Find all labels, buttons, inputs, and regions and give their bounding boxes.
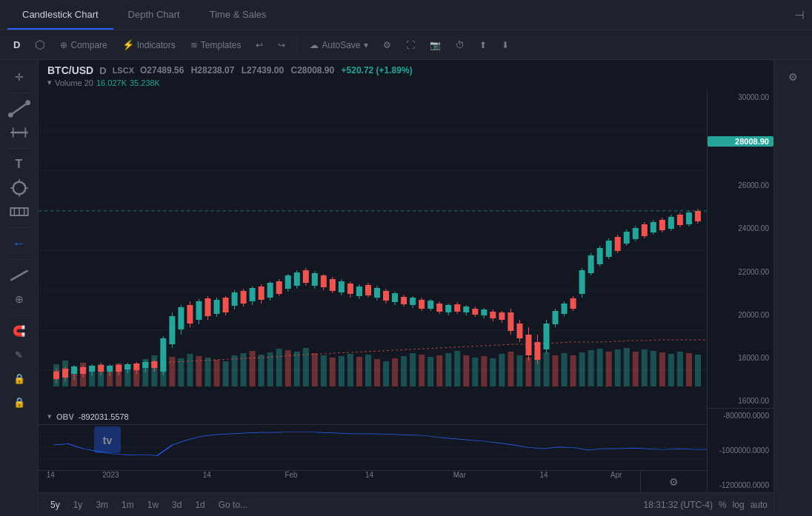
svg-rect-91 (659, 352, 665, 386)
svg-rect-153 (303, 270, 309, 283)
trend-line-tool[interactable] (6, 98, 33, 120)
svg-rect-38 (187, 354, 193, 386)
svg-rect-107 (98, 365, 104, 372)
obv-svg (39, 425, 707, 470)
svg-rect-85 (606, 352, 612, 386)
svg-rect-185 (445, 305, 451, 312)
timeframe-1d[interactable]: 1d (189, 497, 210, 512)
time-label-apr: Apr (610, 471, 622, 479)
obv-value: -892031.5578 (79, 412, 129, 421)
settings-button[interactable]: ⚙ (377, 37, 397, 53)
percent-label[interactable]: % (719, 500, 727, 510)
zoom-tool[interactable]: ⊕ (6, 288, 33, 310)
auto-label[interactable]: auto (751, 500, 768, 510)
indicators-button[interactable]: ⚡ Indicators (116, 36, 182, 53)
tool-separator-4 (8, 259, 30, 260)
svg-rect-97 (53, 372, 59, 379)
download-icon: ⬇ (502, 40, 509, 50)
magnet-tool[interactable]: 🧲 (6, 320, 33, 342)
svg-rect-169 (374, 288, 380, 298)
svg-point-1 (8, 113, 13, 118)
collapse-obv-icon[interactable]: ▾ (47, 412, 52, 421)
hide-tool[interactable]: 🔒 (6, 391, 33, 413)
axis-settings-icon[interactable]: ⚙ (669, 476, 679, 488)
svg-rect-149 (285, 275, 291, 289)
drawing-toolbar: ✛ T ← ⊕ 🧲 ✎ 🔒 🔒 (0, 60, 39, 516)
charts-and-axis: ▾ OBV -892031.5578 tv (39, 90, 773, 492)
annotation-tool[interactable]: ✎ (6, 344, 33, 366)
svg-rect-75 (516, 355, 522, 386)
ruler-tool[interactable] (6, 264, 33, 287)
svg-rect-93 (677, 352, 683, 386)
svg-rect-103 (80, 367, 86, 374)
crosshair-tool[interactable]: ✛ (6, 66, 33, 88)
tab-depth[interactable]: Depth Chart (113, 0, 195, 30)
main-area: ✛ T ← ⊕ 🧲 ✎ 🔒 🔒 BTC/USD (0, 60, 812, 516)
arrow-tool[interactable]: ← (6, 232, 33, 255)
timeframe-1m[interactable]: 1m (116, 497, 140, 512)
obv-1m: -1000000.0000 (708, 446, 773, 455)
tool-separator-5 (8, 315, 30, 315)
timeframe-3d[interactable]: 3d (166, 497, 187, 512)
autosave-button[interactable]: ☁ AutoSave ▾ (304, 37, 373, 53)
time-axis: 14 2023 14 Feb 14 Mar 14 Apr (39, 470, 640, 492)
charts-main: ▾ OBV -892031.5578 tv (39, 90, 707, 492)
svg-text:tv: tv (103, 435, 113, 446)
goto-button[interactable]: Go to... (213, 497, 253, 512)
svg-line-0 (10, 103, 27, 115)
time-axis-right: ⚙ (640, 470, 707, 492)
right-settings-button[interactable]: ⚙ (780, 66, 807, 88)
timeframe-1w[interactable]: 1w (142, 497, 164, 512)
svg-rect-86 (615, 349, 621, 386)
collapse-icon[interactable]: ▾ (47, 78, 52, 87)
collapse-panel-button[interactable]: ⊣ (794, 8, 805, 22)
candlestick-chart[interactable] (39, 90, 707, 409)
svg-rect-127 (187, 305, 193, 324)
timer-button[interactable]: ⏱ (450, 37, 470, 53)
templates-button[interactable]: ≋ Templates (184, 37, 247, 53)
svg-rect-48 (276, 349, 282, 386)
timeframe-5y[interactable]: 5y (44, 497, 66, 512)
timeframe-selector[interactable]: D (7, 36, 26, 53)
tab-candlestick[interactable]: Candlestick Chart (7, 0, 113, 30)
redo-button[interactable]: ↪ (272, 37, 291, 53)
svg-rect-45 (250, 351, 256, 386)
change-value: +520.72 (+1.89%) (342, 65, 413, 76)
svg-rect-81 (570, 355, 576, 386)
svg-rect-74 (508, 352, 513, 386)
lock-tool[interactable]: 🔒 (6, 367, 33, 389)
obv-price-axis-labels: -800000.0000 -1000000.0000 -1200000.0000 (708, 409, 773, 492)
svg-rect-155 (312, 273, 318, 286)
screenshot-button[interactable]: 📷 (424, 37, 447, 53)
obv-info-row: ▾ OBV -892031.5578 (39, 409, 707, 424)
log-label[interactable]: log (733, 500, 745, 510)
svg-rect-60 (383, 361, 389, 386)
text-tool[interactable]: T (6, 153, 33, 175)
svg-rect-225 (624, 232, 630, 244)
bar-style-icon: ⬡ (35, 38, 45, 52)
svg-rect-90 (650, 351, 656, 386)
bar-style-button[interactable]: ⬡ (29, 35, 51, 55)
svg-rect-54 (330, 358, 336, 386)
fib-tool[interactable] (6, 121, 33, 144)
obv-chart[interactable]: tv (39, 424, 707, 470)
shape-tool[interactable] (6, 177, 33, 199)
publish-button[interactable]: ⬆ (473, 37, 493, 53)
svg-rect-163 (347, 284, 353, 294)
toolbar-separator-1 (297, 38, 298, 53)
svg-rect-137 (232, 292, 238, 306)
fullscreen-button[interactable]: ⛶ (400, 37, 421, 53)
timeframe-1y[interactable]: 1y (67, 497, 89, 512)
measure-tool[interactable] (6, 201, 33, 223)
svg-rect-62 (401, 356, 407, 386)
svg-rect-231 (650, 222, 656, 232)
undo-button[interactable]: ↩ (250, 37, 269, 53)
svg-rect-99 (62, 369, 68, 378)
download-button[interactable]: ⬇ (496, 37, 515, 53)
compare-button[interactable]: ⊕ Compare (54, 37, 113, 53)
volume-info-row: ▾ Volume 20 16.027K 35.238K (47, 78, 765, 87)
tab-time-sales[interactable]: Time & Sales (195, 0, 282, 30)
svg-rect-84 (597, 349, 603, 386)
price-22000: 22000.00 (708, 268, 773, 276)
timeframe-3m[interactable]: 3m (90, 497, 114, 512)
